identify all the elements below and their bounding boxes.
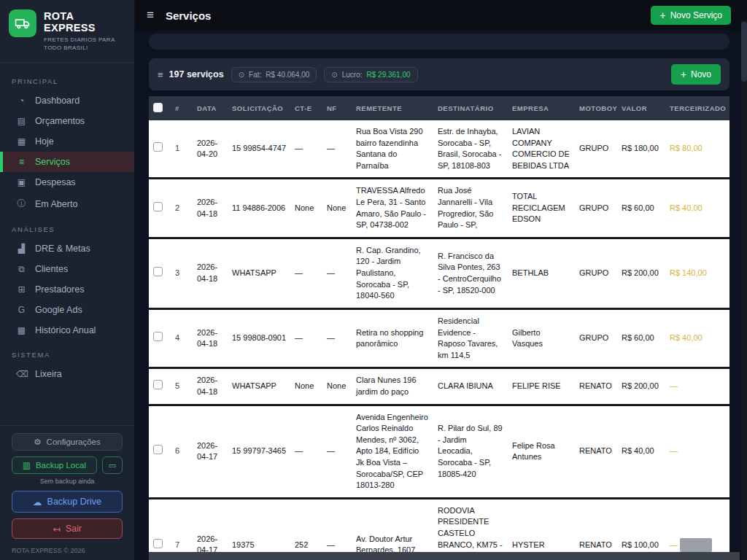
cell-empresa: Felipe Rosa Antunes [508, 405, 575, 498]
sidebar: ROTA EXPRESS FRETES DIARIOS PARA TODO BR… [0, 0, 135, 560]
cell-date: 2026-04-18 [193, 238, 228, 308]
row-checkbox[interactable] [153, 445, 163, 454]
cell-motoboy: GRUPO [575, 179, 617, 238]
gauge-icon: ◔ [16, 96, 27, 106]
backup-drive-button[interactable]: ☁ Backup Drive [12, 491, 123, 513]
cell-terceirizado: — [665, 405, 729, 498]
row-checkbox[interactable] [153, 380, 163, 389]
cell-solicitacao: 15 99808-0901 [228, 308, 290, 368]
sidebar-item-hoje[interactable]: ▦ Hoje [0, 131, 134, 152]
cell-number: 6 [171, 405, 193, 498]
list-icon: ≡ [16, 157, 27, 167]
table-row[interactable]: 5 2026-04-18 WHATSAPP None None Clara Nu… [149, 368, 729, 405]
cell-solicitacao: 15 99854-4747 [228, 120, 290, 179]
cell-valor: R$ 60,00 [617, 308, 665, 368]
table-horizontal-scroll-thumb[interactable] [680, 538, 712, 552]
backup-local-button[interactable]: ▥ Backup Local [12, 456, 97, 474]
cell-remetente: Retira no shopping panorâmico [352, 308, 433, 368]
plus-icon: + [659, 10, 665, 20]
services-table-body: 1 2026-04-20 15 99854-4747 — — Rua Boa V… [149, 120, 729, 560]
cell-date: 2026-04-17 [193, 405, 228, 498]
row-checkbox[interactable] [153, 332, 163, 341]
table-row[interactable]: 2 2026-04-18 11 94886-2006 None None TRA… [149, 179, 729, 238]
sidebar-item-label: Lixeira [35, 369, 62, 379]
sidebar-item-servicos[interactable]: ≡ Serviços [0, 152, 134, 172]
table-row[interactable]: 4 2026-04-18 15 99808-0901 — — Retira no… [149, 308, 729, 368]
cell-motoboy: GRUPO [575, 308, 617, 368]
cell-remetente: TRAVESSA Alfredo Le Pera, 31 - Santo Ama… [352, 179, 433, 238]
sidebar-item-dre-metas[interactable]: ▟ DRE & Metas [0, 238, 134, 259]
sidebar-item-orcamentos[interactable]: ▤ Orçamentos [0, 111, 134, 131]
table-row[interactable]: 7 2026-04-17 19375 252 — Av. Doutor Artu… [149, 498, 729, 560]
horizontal-scrollbar[interactable] [149, 552, 740, 560]
row-checkbox[interactable] [153, 202, 163, 211]
sidebar-section: PRINCIPAL ◔ Dashboard ▤ Orçamentos ▦ Hoj… [0, 67, 134, 215]
vertical-scrollbar[interactable] [741, 20, 747, 560]
cell-valor: R$ 200,00 [617, 238, 665, 308]
vertical-scrollbar-thumb[interactable] [741, 22, 747, 82]
cell-remetente: Av. Doutor Artur Bernardes, 1607 [352, 498, 433, 560]
cell-destinatario: RODOVIA PRESIDENTE CASTELO BRANCO, KM75 … [433, 498, 508, 560]
sidebar-section-label: SISTEMA [0, 341, 134, 364]
lucro-badge[interactable]: ⊙ Lucro: R$ 29.361,00 [324, 67, 417, 82]
select-all-checkbox[interactable] [153, 103, 163, 112]
cell-nf: — [322, 308, 352, 368]
row-checkbox[interactable] [153, 142, 163, 152]
copyright-text: ROTA EXPRESS © 2026 [12, 545, 123, 556]
services-count-label: 197 serviços [169, 69, 224, 79]
services-count: ≡ 197 serviços [158, 69, 224, 80]
trash-icon: ⌫ [16, 369, 27, 379]
cell-motoboy: GRUPO [575, 238, 617, 308]
new-button[interactable]: + Novo [671, 64, 721, 85]
sidebar-section: SISTEMA ⌫ Lixeira [0, 341, 134, 384]
cell-motoboy: RENATO [575, 498, 617, 560]
disk-icon: ▥ [23, 460, 31, 470]
faturamento-badge[interactable]: ⊙ Fat: R$ 40.064,00 [231, 67, 317, 82]
column-header-valor: VALOR [617, 96, 665, 120]
gear-icon: ⚙ [34, 437, 41, 447]
cell-empresa: TOTAL RECICLAGEM EDSON [508, 179, 575, 238]
new-service-label: Novo Serviço [670, 10, 722, 20]
cell-solicitacao: WHATSAPP [228, 368, 290, 405]
settings-button[interactable]: ⚙ Configurações [12, 433, 123, 451]
cell-date: 2026-04-20 [193, 120, 228, 179]
sidebar-item-em-aberto[interactable]: ⓘ Em Aberto [0, 192, 134, 215]
list-icon: ≡ [158, 69, 163, 80]
sidebar-item-dashboard[interactable]: ◔ Dashboard [0, 90, 134, 111]
cell-solicitacao: 11 94886-2006 [228, 179, 290, 238]
table-row[interactable]: 3 2026-04-18 WHATSAPP — — R. Cap. Grandi… [149, 238, 729, 308]
logout-button[interactable]: ↤ Sair [12, 518, 123, 539]
sidebar-item-google-ads[interactable]: G Google Ads [0, 300, 134, 320]
sidebar-item-prestadores[interactable]: ⊞ Prestadores [0, 279, 134, 300]
sidebar-item-label: Clientes [35, 264, 68, 274]
cell-valor: R$ 200,00 [617, 368, 665, 405]
cell-nf: None [322, 368, 352, 405]
sidebar-item-label: Orçamentos [35, 116, 85, 126]
sidebar-nav: PRINCIPAL ◔ Dashboard ▤ Orçamentos ▦ Hoj… [0, 63, 134, 425]
table-header-row: #DATASOLICITAÇÃOCT-ENFREMETENTEDESTINATÁ… [149, 96, 729, 120]
cell-terceirizado: R$ 80,00 [665, 120, 729, 179]
cell-date: 2026-04-18 [193, 179, 228, 238]
brand-title: ROTA EXPRESS [44, 10, 125, 34]
brand: ROTA EXPRESS FRETES DIARIOS PARA TODO BR… [0, 0, 134, 63]
logout-label: Sair [66, 524, 82, 534]
table-row[interactable]: 1 2026-04-20 15 99854-4747 — — Rua Boa V… [149, 120, 729, 179]
row-checkbox[interactable] [153, 539, 163, 548]
cell-date: 2026-04-18 [193, 368, 228, 405]
sidebar-item-despesas[interactable]: ▣ Despesas [0, 172, 134, 192]
open-backup-folder-button[interactable]: ▭ [102, 456, 123, 474]
exit-icon: ↤ [53, 524, 60, 534]
hamburger-menu-icon[interactable]: ≡ [147, 8, 154, 23]
cell-solicitacao: 19375 [228, 498, 290, 560]
new-service-button[interactable]: + Novo Serviço [651, 6, 731, 25]
sidebar-item-historico-anual[interactable]: ▩ Histórico Anual [0, 320, 134, 341]
cell-valor: R$ 180,00 [617, 120, 665, 179]
sidebar-item-clientes[interactable]: ⧉ Clientes [0, 259, 134, 279]
row-checkbox[interactable] [153, 267, 163, 276]
cell-nf: — [322, 120, 352, 179]
column-header-data: DATA [193, 96, 228, 120]
sidebar-item-lixeira[interactable]: ⌫ Lixeira [0, 364, 134, 384]
chart-icon: ▟ [16, 244, 27, 254]
table-row[interactable]: 6 2026-04-17 15 99797-3465 — — Avenida E… [149, 405, 729, 498]
cell-cte: — [290, 238, 322, 308]
